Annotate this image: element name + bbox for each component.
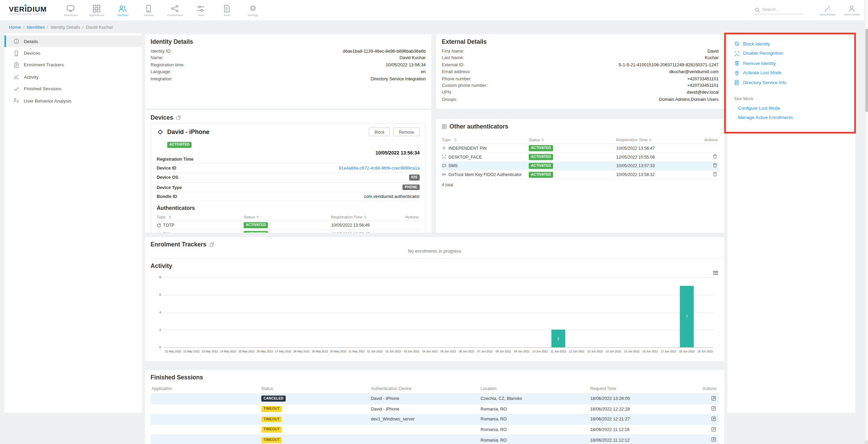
session-detail-icon[interactable] <box>711 426 716 432</box>
activity-chart-icon <box>13 74 19 80</box>
x-axis-tick: 19 Jun 2022 <box>696 350 714 353</box>
external-details-panel: External Details First Name:David Last N… <box>436 34 724 108</box>
x-axis-tick: 10 Jun 2022 <box>531 350 549 353</box>
session-detail-icon[interactable] <box>711 416 716 421</box>
x-axis-tick: 11 Jun 2022 <box>549 350 568 353</box>
devices-title: Devices <box>151 114 173 121</box>
nav-item-tools[interactable]: Tools <box>188 0 214 21</box>
search-icon[interactable] <box>754 7 760 12</box>
activity-bar[interactable]: 7 <box>680 286 694 347</box>
external-detail-row: Custom phone number:+420733451101 <box>442 83 718 90</box>
x-axis-tick: 26 May 2022 <box>256 350 274 353</box>
session-row: TIMEOUT Romania, RO 18/06/2022 11:12:16 <box>151 425 719 435</box>
security-key-icon <box>442 172 446 177</box>
remove-identity-link[interactable]: Remove Identity <box>734 60 849 66</box>
quick-actions-button[interactable]: Quick Actions <box>820 5 835 16</box>
nav-item-orchestrator[interactable]: Orchestrator <box>162 0 188 21</box>
other-authenticators-total: 4 total <box>442 182 718 187</box>
authenticators-heading: Authenticators <box>157 205 420 211</box>
finished-sessions-title: Finished Sessions <box>151 374 719 380</box>
device-os-row: Device OS IOS <box>157 173 420 183</box>
search-input[interactable] <box>762 7 802 12</box>
authenticator-row: GoTrust Idem Key FIDO2 Authenticator ACT… <box>442 171 718 179</box>
nav-item-settings[interactable]: ⚙ Settings <box>240 0 266 21</box>
x-axis-tick: 12 Jun 2022 <box>567 350 586 353</box>
session-status-badge: CANCELED <box>261 396 286 402</box>
sort-icon[interactable]: ⇅ <box>541 138 545 142</box>
enrolment-trackers-panel: Enrolment Trackers No enrolments in prog… <box>145 237 724 258</box>
sort-icon[interactable]: ⇅ <box>363 215 367 219</box>
delete-authenticator-icon[interactable] <box>713 172 718 177</box>
sort-icon[interactable]: ⇅ <box>169 215 172 219</box>
authenticator-row: PIN ACTIVATED 10/05/2022 13:56:47 <box>157 230 420 233</box>
nav-label: Settings <box>248 14 258 16</box>
y-axis-tick: 0 <box>153 346 161 349</box>
scrollbar-thumb[interactable] <box>865 29 868 112</box>
activate-lost-mode-link[interactable]: Activate Lost Mode <box>734 70 849 76</box>
external-detail-row: UPN:david@dev.local <box>442 90 718 96</box>
authenticator-row: DESKTOP_FACE ACTIVATED 12/05/2022 10:55:… <box>442 153 718 162</box>
sort-icon[interactable]: ⇅ <box>454 138 457 142</box>
sms-icon <box>442 163 446 168</box>
activity-bar[interactable]: 2 <box>551 330 565 347</box>
device-card: David - iPhone Block Remove ACTIVATED 10… <box>151 123 426 233</box>
status-badge: ACTIVATED <box>529 163 553 169</box>
device-type-row: Device Type PHONE <box>157 183 420 192</box>
block-identity-link[interactable]: Block Identity <box>734 41 849 46</box>
external-detail-row: Groups:Domain Admins,Domain Users <box>442 96 718 103</box>
remove-device-button[interactable]: Remove <box>393 127 419 136</box>
x-axis-tick: 31 May 2022 <box>347 350 366 353</box>
bundle-id-row: Bundle ID com.veridiumid.authenticator <box>157 192 420 201</box>
session-detail-icon[interactable] <box>711 395 716 401</box>
sidebar-item-devices[interactable]: Devices <box>4 47 142 59</box>
chart-menu-icon[interactable] <box>713 270 719 276</box>
nav-item-identities[interactable]: Identities <box>110 0 136 21</box>
directory-book-icon <box>734 80 740 85</box>
sidebar-item-enrolment-trackers[interactable]: Enrolment Trackers <box>4 59 142 71</box>
nav-item-applications[interactable]: Applications <box>84 0 110 21</box>
sidebar-item-user-behavior-analysis[interactable]: User Behavior Analysis <box>4 95 142 107</box>
identity-details-panel: Identity Details Identity ID:d6ae1ba8-11… <box>145 34 431 108</box>
expand-icon[interactable] <box>176 115 181 120</box>
delete-authenticator-icon[interactable] <box>713 154 718 159</box>
identities-icon <box>119 4 127 12</box>
veridium-logo[interactable]: VERIDIUM TRUSTED DIGITAL IDENTITY <box>9 5 47 15</box>
sort-icon[interactable]: ⇅ <box>256 215 259 219</box>
sidebar-item-label: Activity <box>24 74 39 80</box>
manage-active-enrollments-link[interactable]: Manage Active Enrollments <box>738 115 849 120</box>
sidebar-item-label: Details <box>24 39 38 44</box>
sidebar-item-activity[interactable]: Activity <box>4 71 142 83</box>
trash-icon <box>734 60 740 66</box>
expand-icon[interactable] <box>209 242 214 247</box>
x-axis-tick: 25 May 2022 <box>237 350 256 353</box>
identity-detail-row: Name:David Kuchar <box>151 55 426 62</box>
breadcrumb-identities[interactable]: Identities <box>27 25 45 30</box>
identity-detail-row: Registration time:10/05/2022 13:56:34 <box>151 62 426 69</box>
sidebar-item-label: Finished Sessions <box>24 86 61 92</box>
configure-lost-mode-link[interactable]: Configure Lost Mode <box>738 106 849 111</box>
external-detail-row: Last Name:Kuchar <box>442 55 718 62</box>
activity-chart: 02468 27 <box>164 277 714 348</box>
session-detail-icon[interactable] <box>711 406 716 411</box>
nav-label: Identities <box>117 14 128 16</box>
disable-recognition-link[interactable]: Disable Recognition <box>734 51 849 56</box>
session-detail-icon[interactable] <box>711 436 716 442</box>
directory-service-info-link[interactable]: Directory Service Info <box>734 80 849 85</box>
independent-pin-icon <box>442 146 446 150</box>
sidebar-item-details[interactable]: Details <box>4 36 142 48</box>
totp-icon <box>157 223 161 228</box>
authenticators-table: Type⇅ Status⇅ Registration Time⇅ Actions… <box>157 214 420 233</box>
user-menu[interactable]: David Kuchar <box>844 5 859 16</box>
sidebar-item-finished-sessions[interactable]: Finished Sessions <box>4 83 142 95</box>
delete-authenticator-icon[interactable] <box>713 163 718 168</box>
device-id-link[interactable]: 91e4a88a-c672-4c88-9fd9-ccec9899ca1a <box>339 166 420 171</box>
nav-item-dashboard[interactable]: Dashboard <box>58 0 84 21</box>
nav-item-audit[interactable]: Audit <box>214 0 240 21</box>
breadcrumb-home[interactable]: Home <box>9 25 21 30</box>
block-device-button[interactable]: Block <box>369 127 390 136</box>
nav-item-devices[interactable]: Devices <box>136 0 162 21</box>
session-status-badge: TIMEOUT <box>261 416 282 422</box>
sort-icon[interactable]: ⇅ <box>649 138 652 142</box>
global-search <box>753 6 803 14</box>
breadcrumb: Home / Identities / Identity Details / D… <box>0 21 868 33</box>
